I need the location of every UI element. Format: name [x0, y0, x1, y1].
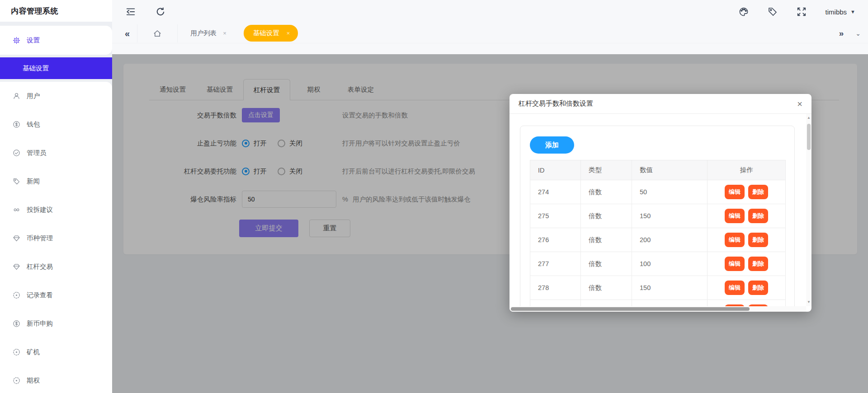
delete-button[interactable]: 删除: [748, 209, 768, 223]
sidebar-item-矿机[interactable]: 矿机: [0, 338, 112, 366]
home-icon[interactable]: [153, 29, 162, 38]
header-toolbar: timibbs ▼: [112, 0, 868, 23]
table-cell: 150: [632, 276, 708, 300]
aim-icon: [13, 348, 20, 356]
top-header: timibbs ▼ « 用户列表 × 基础设置 × » ⌄: [112, 0, 868, 54]
edit-button[interactable]: 编辑: [725, 233, 745, 247]
tag-tab-basic-settings-active[interactable]: 基础设置 ×: [244, 25, 298, 42]
table-cell: 倍数: [581, 228, 632, 252]
modal-header: 杠杆交易手数和倍数设置 ×: [509, 94, 811, 114]
table-header-ID: ID: [530, 160, 581, 180]
table-cell: 274: [530, 180, 581, 204]
sidebar-item-投拆建议[interactable]: 投拆建议: [0, 196, 112, 224]
refresh-icon[interactable]: [156, 7, 165, 17]
delete-button[interactable]: 删除: [748, 281, 768, 295]
aim-icon: [13, 377, 20, 384]
table-row: 278倍数150编辑删除: [530, 276, 786, 300]
table-row: 277倍数100编辑删除: [530, 252, 786, 276]
user-icon: [13, 92, 20, 100]
fullscreen-icon[interactable]: [797, 7, 807, 17]
table-cell: 275: [530, 204, 581, 228]
sidebar-item-新闻[interactable]: 新闻: [0, 167, 112, 196]
sidebar-item-管理员[interactable]: 管理员: [0, 139, 112, 167]
sidebar-item-钱包[interactable]: 钱包: [0, 110, 112, 139]
tag-label: 基础设置: [253, 29, 279, 37]
sidebar-item-label: 投拆建议: [27, 206, 53, 214]
delete-button[interactable]: 删除: [748, 185, 768, 199]
infinity-icon: [13, 206, 20, 214]
table-cell: 150: [632, 204, 708, 228]
table-cell: 276: [530, 228, 581, 252]
sidebar: 内容管理系统 设置 基础设置 用户钱包管理员新闻投拆建议币种管理杠杆交易记录查看…: [0, 0, 112, 393]
edit-button[interactable]: 编辑: [725, 257, 745, 271]
sidebar-item-币种管理[interactable]: 币种管理: [0, 224, 112, 253]
dollar-circle-icon: [13, 320, 20, 328]
tag-bar: « 用户列表 × 基础设置 × » ⌄: [112, 23, 868, 43]
circle-check-icon: [13, 149, 20, 157]
add-button[interactable]: 添加: [530, 136, 574, 154]
sidebar-item-label: 管理员: [27, 149, 47, 157]
tags-scroll-left-icon[interactable]: «: [112, 29, 137, 38]
divider: [137, 24, 137, 42]
sidebar-item-basic-settings[interactable]: 基础设置: [0, 57, 112, 79]
edit-button[interactable]: 编辑: [725, 185, 745, 199]
sidebar-item-记录查看[interactable]: 记录查看: [0, 281, 112, 309]
tag-tab-user-list[interactable]: 用户列表 ×: [178, 29, 236, 37]
modal-close-icon[interactable]: ×: [797, 99, 802, 108]
edit-button[interactable]: 编辑: [725, 209, 745, 223]
scroll-up-icon[interactable]: ▲: [806, 115, 811, 121]
table-cell: 倍数: [581, 180, 632, 204]
tags-scroll-right-icon[interactable]: »: [839, 28, 844, 38]
sidebar-item-杠杆交易[interactable]: 杠杆交易: [0, 253, 112, 281]
sidebar-item-label: 币种管理: [27, 234, 53, 243]
tag-icon[interactable]: [768, 7, 778, 17]
delete-button[interactable]: 删除: [748, 233, 768, 247]
sidebar-group-settings: 设置: [0, 26, 112, 55]
table-cell: 200: [632, 228, 708, 252]
tags-menu-chevron-icon[interactable]: ⌄: [855, 30, 861, 37]
tag-label: 用户列表: [190, 29, 217, 37]
sidebar-item-settings[interactable]: 设置: [0, 26, 40, 55]
gear-icon: [13, 37, 20, 44]
sidebar-item-label: 用户: [27, 92, 40, 100]
table-cell: 倍数: [581, 204, 632, 228]
table-cell: 278: [530, 276, 581, 300]
table-cell: 100: [632, 252, 708, 276]
close-icon[interactable]: ×: [287, 30, 290, 37]
sidebar-item-label: 记录查看: [27, 291, 53, 299]
vertical-scroll-thumb[interactable]: [807, 124, 811, 150]
collapse-sidebar-icon[interactable]: [126, 7, 136, 17]
palette-icon[interactable]: [739, 7, 749, 17]
modal-title: 杠杆交易手数和倍数设置: [519, 99, 593, 108]
gem-icon: [13, 263, 20, 271]
edit-button[interactable]: 编辑: [725, 281, 745, 295]
table-row: 274倍数50编辑删除: [530, 180, 786, 204]
sidebar-item-新币申购[interactable]: 新币申购: [0, 309, 112, 338]
scroll-down-icon[interactable]: ▼: [806, 299, 811, 305]
caret-down-icon: ▼: [850, 9, 855, 14]
vertical-scrollbar[interactable]: ▲ ▼: [806, 114, 811, 306]
aim-icon: [13, 291, 20, 299]
tag-icon: [13, 178, 20, 185]
horizontal-scroll-thumb[interactable]: [511, 307, 750, 311]
sidebar-item-label: 期权: [27, 376, 40, 385]
user-menu[interactable]: timibbs ▼: [826, 8, 855, 16]
table-cell: 277: [530, 252, 581, 276]
modal-body: 添加 ID类型数值操作 274倍数50编辑删除275倍数150编辑删除276倍数…: [509, 114, 811, 312]
delete-button[interactable]: 删除: [748, 257, 768, 271]
table-header-操作: 操作: [708, 160, 786, 180]
table-row: 276倍数200编辑删除: [530, 228, 786, 252]
horizontal-scrollbar[interactable]: [509, 306, 806, 312]
gem-icon: [13, 234, 20, 242]
modal-inner-card: 添加 ID类型数值操作 274倍数50编辑删除275倍数150编辑删除276倍数…: [520, 126, 795, 312]
sidebar-item-用户[interactable]: 用户: [0, 82, 112, 110]
sidebar-item-期权[interactable]: 期权: [0, 366, 112, 393]
username: timibbs: [826, 8, 847, 16]
sidebar-item-label: 钱包: [27, 120, 40, 129]
table-cell: 50: [632, 180, 708, 204]
dollar-circle-icon: [13, 121, 20, 128]
close-icon[interactable]: ×: [223, 30, 226, 37]
leverage-settings-modal: 杠杆交易手数和倍数设置 × 添加 ID类型数值操作 274倍数50编辑删除275…: [509, 94, 811, 312]
sidebar-item-label: 杠杆交易: [27, 262, 53, 271]
table-cell: 倍数: [581, 252, 632, 276]
